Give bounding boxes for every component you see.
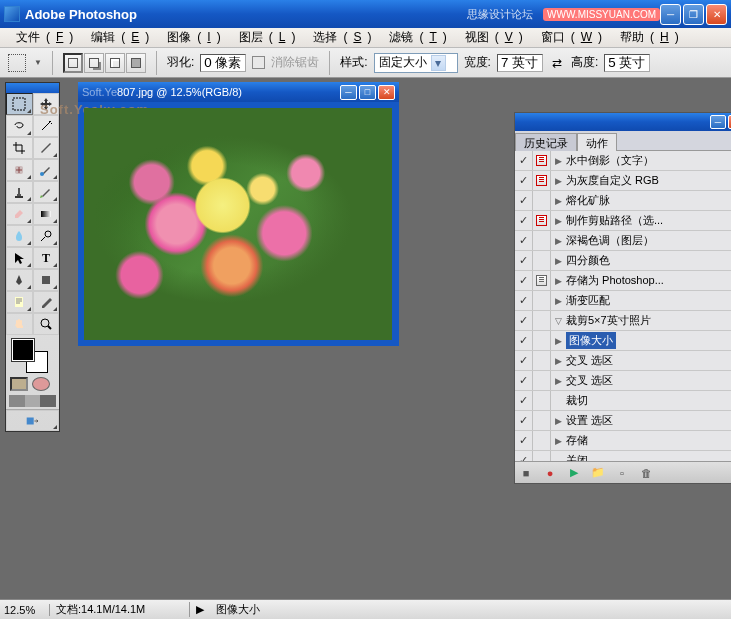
dialog-toggle[interactable] xyxy=(533,291,551,310)
zoom-level[interactable]: 12.5% xyxy=(0,604,50,616)
menu-edit[interactable]: 编辑(E) xyxy=(79,27,155,48)
disclosure-icon[interactable]: ▶ xyxy=(553,376,563,386)
dodge-tool[interactable] xyxy=(33,225,60,247)
doc-close-button[interactable]: ✕ xyxy=(378,85,395,100)
pen-tool[interactable] xyxy=(6,269,33,291)
gradient-tool[interactable] xyxy=(33,203,60,225)
style-select[interactable]: 固定大小▾ xyxy=(374,53,458,73)
action-row[interactable]: ✓▶熔化矿脉 xyxy=(515,191,731,211)
dialog-toggle[interactable] xyxy=(533,271,551,290)
action-row[interactable]: ✓▶渐变匹配 xyxy=(515,291,731,311)
dialog-toggle[interactable] xyxy=(533,331,551,350)
dialog-toggle[interactable] xyxy=(533,151,551,170)
type-tool[interactable]: T xyxy=(33,247,60,269)
action-row[interactable]: ✓▽裁剪5×7英寸照片 xyxy=(515,311,731,331)
quickmask-off[interactable] xyxy=(10,377,28,391)
height-input[interactable] xyxy=(604,54,650,72)
menu-image[interactable]: 图像(I) xyxy=(155,27,226,48)
toggle-checkbox[interactable]: ✓ xyxy=(515,151,533,170)
new-action-button[interactable]: ▫ xyxy=(615,466,629,480)
selection-subtract-button[interactable] xyxy=(105,53,125,73)
history-brush-tool[interactable] xyxy=(33,181,60,203)
wand-tool[interactable] xyxy=(33,115,60,137)
play-button[interactable]: ▶ xyxy=(567,466,581,480)
path-select-tool[interactable] xyxy=(6,247,33,269)
hand-tool[interactable] xyxy=(6,313,33,335)
toggle-checkbox[interactable]: ✓ xyxy=(515,171,533,190)
menu-file[interactable]: 文件(F) xyxy=(4,27,79,48)
selection-add-button[interactable] xyxy=(84,53,104,73)
dialog-toggle[interactable] xyxy=(533,351,551,370)
screen-mode-full-menu[interactable] xyxy=(25,395,41,407)
disclosure-icon[interactable]: ▶ xyxy=(553,276,563,286)
disclosure-icon[interactable]: ▶ xyxy=(553,236,563,246)
disclosure-icon[interactable]: ▶ xyxy=(553,196,563,206)
dialog-toggle[interactable] xyxy=(533,191,551,210)
toggle-checkbox[interactable]: ✓ xyxy=(515,351,533,370)
minimize-button[interactable]: ─ xyxy=(660,4,681,25)
doc-minimize-button[interactable]: ─ xyxy=(340,85,357,100)
eraser-tool[interactable] xyxy=(6,203,33,225)
document-titlebar[interactable]: Soft.Ye807.jpg @ 12.5%(RGB/8) ─ □ ✕ xyxy=(78,82,399,102)
zoom-tool[interactable] xyxy=(33,313,60,335)
notes-tool[interactable] xyxy=(6,291,33,313)
marquee-tool[interactable] xyxy=(6,93,33,115)
heal-tool[interactable] xyxy=(6,159,33,181)
action-row[interactable]: ✓▶四分颜色 xyxy=(515,251,731,271)
disclosure-icon[interactable]: ▶ xyxy=(553,416,563,426)
lasso-tool[interactable] xyxy=(6,115,33,137)
screen-mode-full[interactable] xyxy=(40,395,56,407)
action-row[interactable]: ✓▶深褐色调（图层） xyxy=(515,231,731,251)
toggle-checkbox[interactable]: ✓ xyxy=(515,251,533,270)
toggle-checkbox[interactable]: ✓ xyxy=(515,291,533,310)
dialog-toggle[interactable] xyxy=(533,251,551,270)
toggle-checkbox[interactable]: ✓ xyxy=(515,331,533,350)
toggle-checkbox[interactable]: ✓ xyxy=(515,391,533,410)
menu-help[interactable]: 帮助(H) xyxy=(608,27,685,48)
menu-filter[interactable]: 滤镜(T) xyxy=(377,27,452,48)
menu-window[interactable]: 窗口(W) xyxy=(529,27,608,48)
disclosure-icon[interactable]: ▶ xyxy=(553,156,563,166)
quickmask-on[interactable] xyxy=(32,377,50,391)
toggle-checkbox[interactable]: ✓ xyxy=(515,311,533,330)
disclosure-icon[interactable]: ▽ xyxy=(553,316,563,326)
toggle-checkbox[interactable]: ✓ xyxy=(515,271,533,290)
dialog-toggle[interactable] xyxy=(533,451,551,461)
action-row[interactable]: ✓▶存储为 Photoshop... xyxy=(515,271,731,291)
toggle-checkbox[interactable]: ✓ xyxy=(515,451,533,461)
action-row[interactable]: ✓▶设置 选区 xyxy=(515,411,731,431)
stop-button[interactable]: ■ xyxy=(519,466,533,480)
delete-button[interactable]: 🗑 xyxy=(639,466,653,480)
maximize-button[interactable]: ❐ xyxy=(683,4,704,25)
toolbox-header[interactable] xyxy=(6,83,59,93)
doc-maximize-button[interactable]: □ xyxy=(359,85,376,100)
width-input[interactable] xyxy=(497,54,543,72)
action-row[interactable]: ✓▶水中倒影（文字） xyxy=(515,151,731,171)
dialog-toggle[interactable] xyxy=(533,211,551,230)
jump-to-imageready[interactable] xyxy=(6,410,59,431)
disclosure-icon[interactable]: ▶ xyxy=(553,296,563,306)
toggle-checkbox[interactable]: ✓ xyxy=(515,211,533,230)
screen-mode-standard[interactable] xyxy=(9,395,25,407)
tab-history[interactable]: 历史记录 xyxy=(515,133,577,151)
dialog-toggle[interactable] xyxy=(533,411,551,430)
toggle-checkbox[interactable]: ✓ xyxy=(515,231,533,250)
doc-size[interactable]: 文档:14.1M/14.1M xyxy=(50,602,190,617)
marquee-tool-icon[interactable] xyxy=(8,54,26,72)
dialog-toggle[interactable] xyxy=(533,431,551,450)
action-row[interactable]: ✓▶制作剪贴路径（选... xyxy=(515,211,731,231)
dialog-toggle[interactable] xyxy=(533,231,551,250)
action-row[interactable]: ✓▶为灰度自定义 RGB xyxy=(515,171,731,191)
action-row[interactable]: ✓▶交叉 选区 xyxy=(515,351,731,371)
feather-input[interactable] xyxy=(200,54,246,72)
dialog-toggle[interactable] xyxy=(533,371,551,390)
toggle-checkbox[interactable]: ✓ xyxy=(515,411,533,430)
selection-intersect-button[interactable] xyxy=(126,53,146,73)
close-button[interactable]: ✕ xyxy=(706,4,727,25)
dialog-toggle[interactable] xyxy=(533,171,551,190)
disclosure-icon[interactable]: ▶ xyxy=(553,436,563,446)
dialog-toggle[interactable] xyxy=(533,311,551,330)
tool-preset-dropdown[interactable]: ▼ xyxy=(34,58,42,67)
record-button[interactable]: ● xyxy=(543,466,557,480)
panel-titlebar[interactable]: ─ ✕ xyxy=(515,113,731,131)
